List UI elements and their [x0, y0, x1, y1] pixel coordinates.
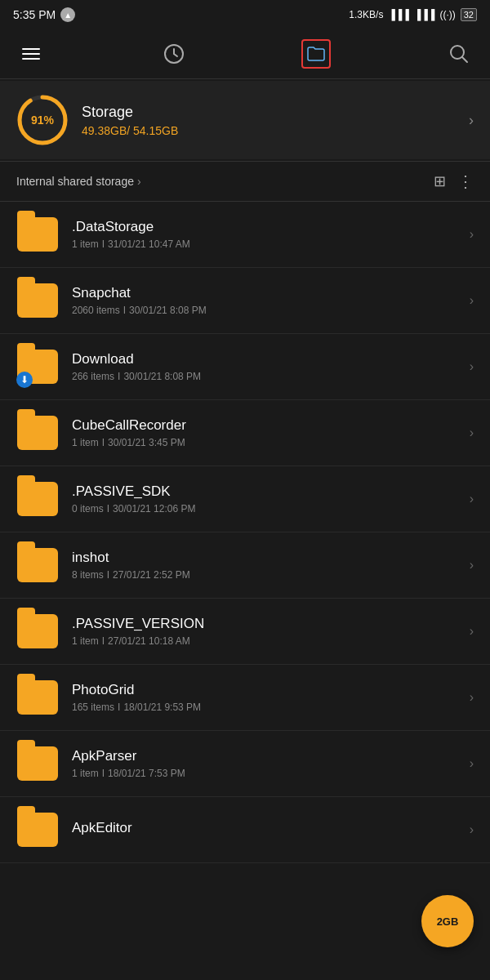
folder-nav-icon: [305, 43, 327, 65]
file-info: Download266 itemsI30/01/21 8:08 PM: [72, 351, 470, 382]
fab-storage-button[interactable]: 2GB: [421, 895, 474, 947]
signal-icon: ▐▐▐: [388, 9, 409, 20]
path-chevron-icon: ›: [137, 175, 141, 188]
file-date: 30/01/21 3:45 PM: [108, 437, 185, 448]
history-button[interactable]: [159, 39, 189, 69]
file-meta: 8 itemsI27/01/21 2:52 PM: [72, 569, 470, 581]
file-meta: 1 itemI30/01/21 3:45 PM: [72, 437, 470, 448]
file-item[interactable]: CubeCallRecorder1 itemI30/01/21 3:45 PM›: [0, 400, 490, 466]
file-date: 18/01/21 9:53 PM: [123, 702, 201, 713]
file-item[interactable]: .DataStorage1 itemI31/01/21 10:47 AM›: [0, 202, 490, 268]
file-meta: 1 itemI31/01/21 10:47 AM: [72, 238, 470, 250]
folder-shape-icon: [17, 548, 58, 582]
file-item[interactable]: .PASSIVE_VERSION1 itemI27/01/21 10:18 AM…: [0, 599, 490, 665]
storage-title: Storage: [82, 104, 469, 121]
file-info: .PASSIVE_VERSION1 itemI27/01/21 10:18 AM: [72, 616, 470, 647]
storage-chevron-icon: ›: [469, 112, 474, 129]
file-info: ApkParser1 itemI18/01/21 7:53 PM: [72, 748, 470, 779]
file-date: 30/01/21 12:06 PM: [113, 503, 195, 514]
folder-shape-icon: [17, 482, 58, 516]
network-speed: 1.3KB/s: [349, 9, 383, 20]
file-info: .PASSIVE_SDK0 itemsI30/01/21 12:06 PM: [72, 483, 470, 514]
file-chevron-icon: ›: [470, 492, 474, 506]
file-list: .DataStorage1 itemI31/01/21 10:47 AM›Sna…: [0, 202, 490, 863]
folder-icon-wrap: [16, 412, 59, 454]
folder-shape-icon: [17, 813, 58, 847]
folder-shape-icon: [17, 746, 58, 781]
folder-icon-wrap: [16, 544, 59, 586]
folder-button[interactable]: [301, 39, 331, 69]
hamburger-menu-button[interactable]: [16, 39, 46, 69]
folder-shape-icon: [17, 680, 58, 715]
status-bar: 5:35 PM ▲ 1.3KB/s ▐▐▐ ▐▐▐ ((·)) 32: [0, 0, 490, 29]
file-meta: 1 itemI18/01/21 7:53 PM: [72, 768, 470, 779]
folder-shape-icon: [17, 283, 58, 318]
file-meta: 266 itemsI30/01/21 8:08 PM: [72, 371, 470, 382]
storage-info: Storage 49.38GB/ 54.15GB: [82, 104, 469, 137]
file-info: .DataStorage1 itemI31/01/21 10:47 AM: [72, 219, 470, 250]
folder-icon-wrap: [16, 808, 59, 851]
file-items: 1 item: [72, 437, 99, 448]
folder-icon-wrap: [16, 478, 59, 520]
search-button[interactable]: [444, 39, 474, 69]
file-chevron-icon: ›: [470, 822, 474, 837]
file-item[interactable]: Snapchat2060 itemsI30/01/21 8:08 PM›: [0, 268, 490, 334]
file-item[interactable]: ApkEditor›: [0, 797, 490, 863]
file-items: 0 items: [72, 503, 104, 514]
grid-view-button[interactable]: ⊞: [434, 172, 446, 190]
file-meta: 1 itemI27/01/21 10:18 AM: [72, 635, 470, 647]
path-bar: Internal shared storage › ⊞ ⋮: [0, 162, 490, 201]
path-actions: ⊞ ⋮: [434, 172, 474, 191]
file-info: PhotoGrid165 itemsI18/01/21 9:53 PM: [72, 682, 470, 713]
folder-shape-icon: [17, 614, 58, 648]
storage-size: 49.38GB/ 54.15GB: [82, 124, 469, 137]
file-item[interactable]: PhotoGrid165 itemsI18/01/21 9:53 PM›: [0, 665, 490, 731]
top-nav: [0, 29, 490, 78]
file-name: CubeCallRecorder: [72, 417, 470, 434]
folder-icon-wrap: [16, 742, 59, 785]
file-chevron-icon: ›: [470, 558, 474, 572]
file-info: CubeCallRecorder1 itemI30/01/21 3:45 PM: [72, 417, 470, 448]
svg-line-2: [462, 57, 467, 62]
file-date: 27/01/21 2:52 PM: [113, 569, 190, 581]
path-text[interactable]: Internal shared storage ›: [16, 175, 141, 188]
folder-icon-wrap: [16, 610, 59, 653]
more-options-button[interactable]: ⋮: [457, 172, 474, 191]
divider-nav: [0, 78, 490, 79]
file-meta: 0 itemsI30/01/21 12:06 PM: [72, 503, 470, 514]
file-items: 1 item: [72, 238, 99, 250]
drive-icon: ▲: [60, 7, 75, 22]
path-label: Internal shared storage: [16, 175, 134, 188]
file-items: 266 items: [72, 371, 114, 382]
file-date: 30/01/21 8:08 PM: [123, 371, 201, 382]
file-meta: 2060 itemsI30/01/21 8:08 PM: [72, 305, 470, 316]
file-item[interactable]: ApkParser1 itemI18/01/21 7:53 PM›: [0, 731, 490, 797]
folder-icon-wrap: ⬇: [16, 345, 59, 388]
file-items: 1 item: [72, 768, 99, 779]
file-item[interactable]: inshot8 itemsI27/01/21 2:52 PM›: [0, 532, 490, 599]
file-name: .DataStorage: [72, 219, 470, 235]
file-item[interactable]: ⬇Download266 itemsI30/01/21 8:08 PM›: [0, 334, 490, 400]
file-date: 27/01/21 10:18 AM: [108, 635, 190, 647]
file-info: ApkEditor: [72, 820, 470, 840]
file-name: inshot: [72, 550, 470, 566]
folder-shape-icon: [17, 217, 58, 252]
file-chevron-icon: ›: [470, 227, 474, 242]
file-item[interactable]: .PASSIVE_SDK0 itemsI30/01/21 12:06 PM›: [0, 466, 490, 532]
file-items: 2060 items: [72, 305, 120, 316]
file-date: 31/01/21 10:47 AM: [108, 238, 190, 250]
folder-icon-wrap: [16, 676, 59, 719]
file-items: 8 items: [72, 569, 104, 581]
file-chevron-icon: ›: [470, 359, 474, 374]
signal-icon-2: ▐▐▐: [414, 9, 435, 20]
wifi-icon: ((·)): [439, 9, 455, 20]
storage-section[interactable]: 91% Storage 49.38GB/ 54.15GB ›: [0, 81, 490, 159]
file-name: .PASSIVE_VERSION: [72, 616, 470, 632]
file-name: PhotoGrid: [72, 682, 470, 698]
file-name: Download: [72, 351, 470, 368]
file-date: 30/01/21 8:08 PM: [129, 305, 207, 316]
file-chevron-icon: ›: [470, 690, 474, 705]
history-icon: [163, 43, 185, 65]
file-chevron-icon: ›: [470, 293, 474, 308]
search-icon: [448, 43, 470, 65]
